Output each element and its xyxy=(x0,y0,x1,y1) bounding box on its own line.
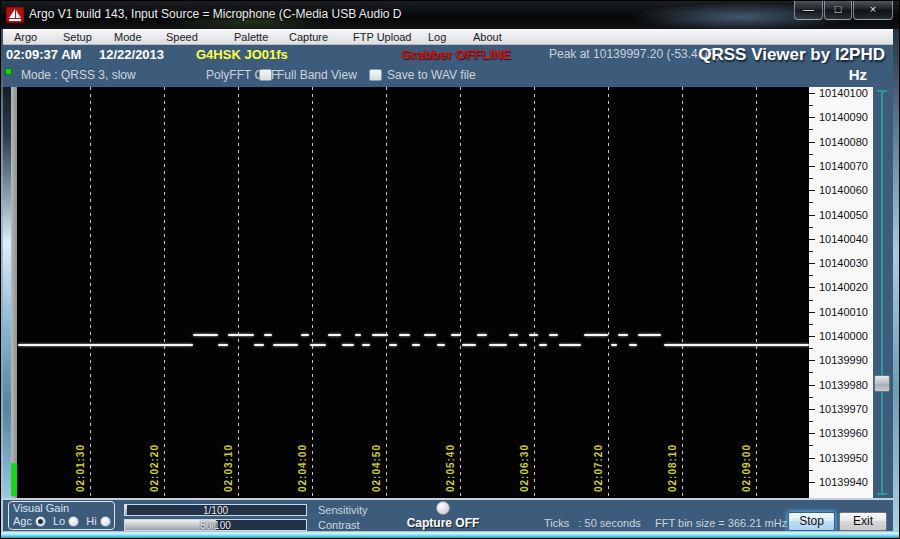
frequency-value: 10139950 xyxy=(819,451,868,465)
full-band-view-checkbox[interactable] xyxy=(259,69,272,81)
stop-button[interactable]: Stop xyxy=(788,512,835,531)
clock-date: 12/22/2013 xyxy=(99,45,164,64)
signal-trace-segment xyxy=(193,334,218,336)
menu-item-capture[interactable]: Capture xyxy=(289,29,328,45)
major-tick xyxy=(809,482,815,483)
exit-button[interactable]: Exit xyxy=(839,512,887,531)
time-axis-label: 02:09:00 xyxy=(741,444,752,492)
capture-led[interactable] xyxy=(436,501,450,515)
major-tick xyxy=(809,93,815,94)
major-tick xyxy=(809,166,815,167)
frequency-tick-label: 10140000 xyxy=(809,329,873,343)
frequency-value: 10139990 xyxy=(819,353,868,367)
status-bar: 02:09:37 AM 12/22/2013 G4HSK JO01fs Grab… xyxy=(3,45,893,64)
frequency-value: 10140080 xyxy=(819,135,868,149)
capture-status[interactable]: Capture OFF xyxy=(403,516,483,530)
maximize-button[interactable]: □ xyxy=(824,1,852,20)
contrast-label: Contrast xyxy=(318,519,360,531)
contrast-value: 50/100 xyxy=(125,520,306,531)
scrollbar-thumb[interactable] xyxy=(874,375,890,392)
minor-tick xyxy=(809,178,813,179)
visual-gain-option-label[interactable]: Lo xyxy=(53,515,65,527)
frequency-value: 10140090 xyxy=(819,110,868,124)
signal-trace-segment xyxy=(18,344,193,346)
minimize-icon: — xyxy=(803,3,814,15)
frequency-tick-label: 10140050 xyxy=(809,208,873,222)
menu-item-speed[interactable]: Speed xyxy=(166,29,198,45)
signal-trace-segment xyxy=(549,334,558,336)
major-tick xyxy=(809,385,815,386)
visual-gain-option-label[interactable]: Agc xyxy=(13,515,32,527)
frequency-tick-label: 10140030 xyxy=(809,256,873,270)
scrollbar-track[interactable] xyxy=(881,91,883,494)
minor-tick xyxy=(809,275,813,276)
signal-trace-segment xyxy=(489,344,507,346)
save-wav-label[interactable]: Save to WAV file xyxy=(387,64,476,86)
minimize-button[interactable]: — xyxy=(794,1,823,20)
signal-trace-segment xyxy=(559,344,581,346)
frequency-tick-label: 10140020 xyxy=(809,280,873,294)
signal-trace-segment xyxy=(412,344,420,346)
peak-readout: Peak at 10139997.20 (-53.4 dB) xyxy=(549,45,720,64)
visual-gain-radios: AgcLoHi xyxy=(13,515,118,527)
full-band-view-label[interactable]: Full Band View xyxy=(277,64,357,86)
time-axis-label: 02:08:10 xyxy=(667,444,678,492)
visual-gain-radio-agc[interactable] xyxy=(35,516,46,527)
signal-trace-segment xyxy=(611,344,617,346)
minor-tick xyxy=(809,397,813,398)
frequency-value: 10140030 xyxy=(819,256,868,270)
minor-tick xyxy=(809,202,813,203)
time-axis-label: 02:07:20 xyxy=(593,444,604,492)
major-tick xyxy=(809,336,815,337)
signal-trace-segment xyxy=(618,334,628,336)
visual-gain-radio-hi[interactable] xyxy=(100,516,111,527)
frequency-tick-label: 10140080 xyxy=(809,135,873,149)
time-gridline xyxy=(312,87,313,498)
signal-trace-segment xyxy=(362,344,370,346)
signal-trace-segment xyxy=(424,334,436,336)
window-titlebar[interactable]: Argo V1 build 143, Input Source = Microp… xyxy=(1,1,900,29)
frequency-value: 10140000 xyxy=(819,329,868,343)
frequency-value: 10140020 xyxy=(819,280,868,294)
frequency-value: 10140050 xyxy=(819,208,868,222)
time-axis-label: 02:05:40 xyxy=(445,444,456,492)
contrast-slider[interactable]: 50/100 xyxy=(124,519,307,531)
frequency-value: 10140100 xyxy=(819,86,868,100)
visual-gain-radio-lo[interactable] xyxy=(68,516,79,527)
sensitivity-slider[interactable]: 1/100 xyxy=(124,504,307,516)
signal-trace-segment xyxy=(264,334,272,336)
menu-item-setup[interactable]: Setup xyxy=(63,29,92,45)
signal-trace-segment xyxy=(638,334,661,336)
major-tick xyxy=(809,433,815,434)
close-button[interactable]: × xyxy=(853,1,893,20)
app-icon xyxy=(6,7,24,23)
signal-trace-segment xyxy=(273,344,298,346)
frequency-tick-label: 10139950 xyxy=(809,451,873,465)
signal-trace-segment xyxy=(218,344,228,346)
menu-item-argo[interactable]: Argo xyxy=(14,29,37,45)
visual-gain-option-label[interactable]: Hi xyxy=(86,515,96,527)
frequency-value: 10140060 xyxy=(819,183,868,197)
menu-bar: ArgoSetupModeSpeedPaletteCaptureFTP Uplo… xyxy=(3,29,893,45)
time-gridline xyxy=(386,87,387,498)
minor-tick xyxy=(809,227,813,228)
menu-item-about[interactable]: About xyxy=(473,29,502,45)
major-tick xyxy=(809,287,815,288)
menu-item-log[interactable]: Log xyxy=(428,29,446,45)
signal-trace-segment xyxy=(228,334,254,336)
frequency-tick-label: 10140040 xyxy=(809,232,873,246)
time-axis-label: 02:03:10 xyxy=(223,444,234,492)
signal-trace-segment xyxy=(509,334,518,336)
menu-item-palette[interactable]: Palette xyxy=(234,29,268,45)
callsign-locator: G4HSK JO01fs xyxy=(196,45,288,64)
waterfall-display[interactable]: 02:01:3002:02:2002:03:1002:04:0002:04:50… xyxy=(17,87,809,498)
minor-tick xyxy=(809,445,813,446)
minor-tick xyxy=(809,154,813,155)
time-axis-label: 02:04:00 xyxy=(297,444,308,492)
save-wav-checkbox[interactable] xyxy=(369,69,382,81)
mode-bar: Mode : QRSS 3, slow PolyFFT OFF Full Ban… xyxy=(3,64,893,87)
signal-trace-segment xyxy=(437,344,445,346)
menu-item-ftp-upload[interactable]: FTP Upload xyxy=(353,29,412,45)
ticks-readout: Ticks : 50 seconds xyxy=(544,517,641,529)
menu-item-mode[interactable]: Mode xyxy=(114,29,142,45)
